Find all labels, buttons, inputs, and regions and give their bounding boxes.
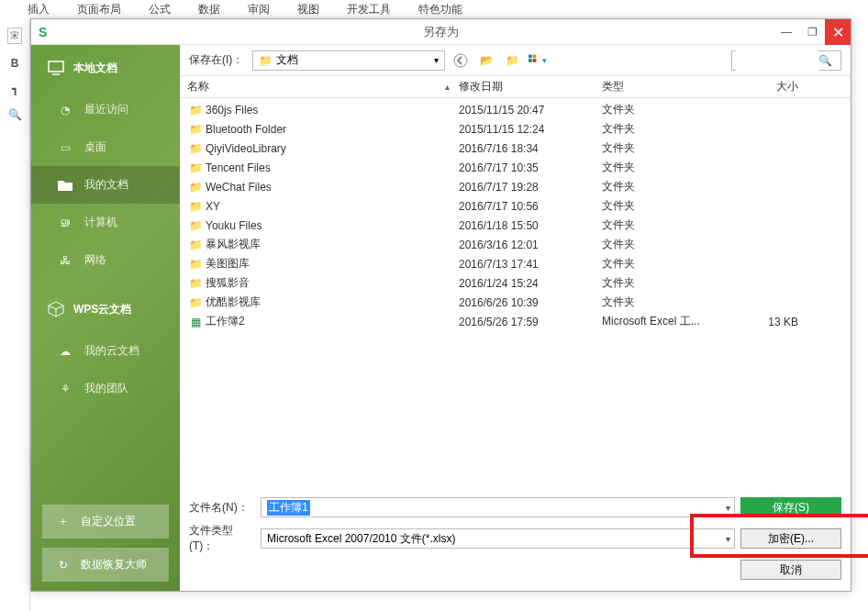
file-row[interactable]: 📁WeChat Files2016/7/17 19:28文件夹 [187, 177, 851, 196]
tab-insert[interactable]: 插入 [28, 2, 50, 17]
save-button[interactable]: 保存(S) [740, 497, 841, 517]
up-folder-button[interactable]: 📂 [476, 50, 496, 71]
sidebar-item-myteam[interactable]: ⚘ 我的团队 [31, 370, 180, 407]
svg-point-4 [454, 54, 467, 67]
file-type: 文件夹 [602, 294, 719, 310]
filename-value: 工作簿1 [267, 500, 310, 516]
file-row[interactable]: 📁Tencent Files2016/7/17 10:35文件夹 [187, 158, 851, 177]
svg-rect-0 [49, 61, 63, 72]
cube-icon [48, 301, 64, 317]
data-recovery-button[interactable]: ↻ 数据恢复大师 [42, 548, 169, 582]
dialog-title: 另存为 [423, 24, 459, 40]
folder-icon: 📁 [187, 123, 204, 136]
col-type[interactable]: 类型 [602, 79, 719, 94]
col-date[interactable]: 修改日期 [459, 79, 602, 94]
folder-small-icon: 📁 [259, 54, 273, 67]
sidebar-item-desktop[interactable]: ▭ 桌面 [31, 128, 180, 166]
button-label: 自定义位置 [81, 514, 136, 529]
svg-rect-7 [529, 59, 532, 62]
svg-marker-2 [49, 302, 63, 309]
folder-icon: 📁 [187, 161, 204, 174]
filetype-select[interactable]: Microsoft Excel 2007/2010 文件(*.xlsx) ▾ [261, 528, 735, 549]
tab-data[interactable]: 数据 [198, 2, 220, 17]
file-row[interactable]: 📁Youku Files2016/1/18 15:50文件夹 [187, 216, 851, 235]
file-row[interactable]: 📁美图图库2016/7/13 17:41文件夹 [187, 254, 851, 273]
custom-location-button[interactable]: ＋ 自定义位置 [42, 505, 169, 539]
file-row[interactable]: 📁QiyiVideoLibrary2016/7/16 18:34文件夹 [187, 139, 851, 158]
file-name: Tencent Files [204, 161, 459, 174]
col-name[interactable]: 名称▴ [187, 79, 459, 94]
folder-icon: 📁 [187, 142, 204, 155]
tab-devtools[interactable]: 开发工具 [347, 2, 391, 17]
tab-features[interactable]: 特色功能 [418, 2, 462, 17]
divider-icon: ┓ [12, 83, 18, 95]
file-type: 文件夹 [602, 160, 719, 175]
tab-page-layout[interactable]: 页面布局 [77, 2, 121, 17]
sidebar-item-myclouddocs[interactable]: ☁ 我的云文档 [31, 332, 180, 370]
file-row[interactable]: 📁XY2016/7/17 10:56文件夹 [187, 196, 851, 216]
tab-view[interactable]: 视图 [297, 2, 319, 17]
search-box[interactable]: 🔍 [731, 50, 841, 71]
chevron-down-icon: ▾ [726, 534, 730, 544]
file-type: 文件夹 [602, 275, 719, 291]
toolbar: 保存在(I)： 📁 文档 ▾ 📂 📁 ▾ 🔍 [180, 45, 851, 76]
file-name: XY [204, 200, 459, 213]
tab-formula[interactable]: 公式 [149, 2, 171, 17]
folder-icon: 📁 [187, 104, 204, 117]
file-type: 文件夹 [602, 237, 719, 252]
folder-icon [57, 179, 73, 192]
search-mag-icon[interactable]: 🔍 [8, 108, 22, 121]
file-type: 文件夹 [602, 121, 719, 137]
close-button[interactable]: ✕ [825, 19, 851, 45]
chevron-down-icon: ▾ [434, 55, 439, 65]
file-row[interactable]: 📁搜狐影音2016/1/24 15:24文件夹 [187, 273, 851, 293]
sidebar-item-label: 网络 [84, 252, 106, 268]
filename-input[interactable]: 工作簿1 ▾ [261, 497, 735, 517]
sidebar-item-mydocs[interactable]: 我的文档 [31, 166, 180, 204]
file-date: 2016/7/17 10:56 [459, 200, 602, 213]
monitor-icon [48, 60, 64, 76]
new-folder-button[interactable]: 📁 [502, 50, 522, 71]
sidebar-item-computer[interactable]: 🖳 计算机 [31, 204, 180, 241]
file-type: 文件夹 [602, 179, 719, 194]
svg-rect-5 [529, 54, 532, 58]
file-date: 2016/3/16 12:01 [459, 239, 602, 251]
col-size[interactable]: 大小 [719, 79, 811, 94]
sidebar-item-label: 我的文档 [84, 177, 128, 193]
chevron-down-icon: ▾ [542, 56, 547, 65]
sidebar-header-label: 本地文档 [73, 61, 117, 76]
sidebar-item-recent[interactable]: ◔ 最近访问 [31, 91, 180, 128]
cancel-button[interactable]: 取消 [740, 560, 841, 580]
file-row[interactable]: 📁暴风影视库2016/3/16 12:01文件夹 [187, 235, 851, 254]
save-as-dialog: S 另存为 — ❐ ✕ 本地文档 ◔ 最近访问 ▭ 桌面 [30, 18, 851, 592]
file-row[interactable]: ▦工作簿22016/5/26 17:59Microsoft Excel 工...… [187, 312, 851, 331]
file-row[interactable]: 📁优酷影视库2016/6/26 10:39文件夹 [187, 293, 851, 312]
file-date: 2016/5/26 17:59 [459, 316, 602, 328]
font-selector[interactable]: 宋 [7, 28, 22, 44]
file-date: 2016/7/13 17:41 [459, 258, 602, 271]
search-input[interactable] [736, 50, 818, 71]
sidebar-header-cloud: WPS云文档 [31, 286, 180, 332]
back-button[interactable] [451, 50, 471, 71]
location-select[interactable]: 📁 文档 ▾ [252, 50, 445, 71]
file-row[interactable]: 📁360js Files2015/11/15 20:47文件夹 [187, 100, 851, 119]
team-icon: ⚘ [57, 383, 73, 395]
folder-icon: 📁 [187, 258, 204, 271]
file-type: Microsoft Excel 工... [602, 314, 719, 329]
file-date: 2016/6/26 10:39 [459, 296, 602, 309]
sidebar-item-network[interactable]: 🖧 网络 [31, 241, 180, 279]
bold-button[interactable]: B [11, 57, 19, 70]
view-mode-button[interactable]: ▾ [528, 50, 548, 71]
minimize-button[interactable]: — [773, 19, 799, 45]
folder-icon: 📁 [187, 277, 204, 290]
encrypt-button[interactable]: 加密(E)... [740, 528, 841, 549]
left-toolbar: 宋 B ┓ 🔍 [0, 18, 30, 611]
file-row[interactable]: 📁Bluetooth Folder2015/11/15 12:24文件夹 [187, 119, 851, 139]
file-type: 文件夹 [602, 217, 719, 233]
file-name: 工作簿2 [204, 314, 459, 329]
tab-review[interactable]: 审阅 [248, 2, 270, 17]
desktop-icon: ▭ [57, 141, 73, 154]
restore-button[interactable]: ❐ [799, 19, 825, 45]
svg-rect-8 [533, 59, 537, 62]
sort-asc-icon: ▴ [445, 82, 459, 92]
